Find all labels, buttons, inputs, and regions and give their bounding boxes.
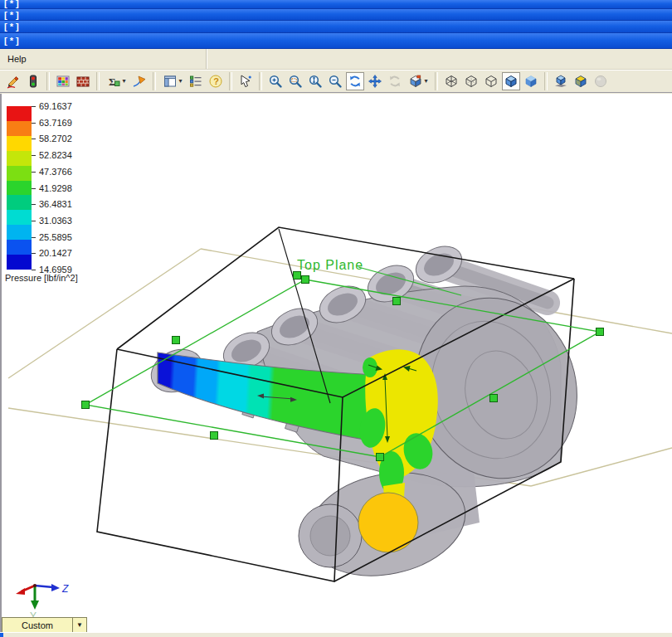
plane-handle[interactable] <box>173 337 180 344</box>
legend-tick <box>32 106 36 107</box>
section-view-button[interactable] <box>572 72 590 90</box>
shaded-edges-cube-icon <box>504 74 519 89</box>
titlebar-1[interactable]: [ * ] <box>0 0 672 9</box>
shaded-cube-icon <box>523 74 538 89</box>
toolbar-separator <box>435 72 438 90</box>
titlebar-2-text: [ * ] <box>4 10 19 20</box>
pencil-icon <box>6 74 21 89</box>
palette-grid-icon <box>56 74 71 89</box>
view-selector-value: Custom <box>2 620 72 630</box>
results-list-button[interactable] <box>187 72 205 90</box>
plane-handle[interactable] <box>294 272 301 280</box>
hlr-cube-icon <box>484 74 499 89</box>
legend-labels: 69.163763.716958.270252.823447.376641.92… <box>32 106 114 280</box>
view-cube-icon <box>408 74 423 89</box>
legend-band <box>7 255 32 270</box>
view-selector-combo[interactable]: Custom ▼ <box>2 617 87 633</box>
plane-label[interactable]: Top Plane <box>297 258 363 272</box>
run-solver-button[interactable] <box>24 72 42 90</box>
dropdown-arrow-icon: ▾ <box>424 78 427 85</box>
menu-separator <box>206 49 207 69</box>
rotate-view-button[interactable] <box>346 72 364 90</box>
legend-tick <box>32 221 36 221</box>
zoom-area-icon <box>288 74 303 89</box>
hidden-lines-removed-button[interactable] <box>482 72 500 90</box>
wireframe-cube-icon <box>444 74 459 89</box>
legend-value: 31.0363 <box>39 216 72 226</box>
zoom-out-icon <box>328 74 343 89</box>
realview-button[interactable] <box>592 72 610 90</box>
probe-button[interactable] <box>236 72 255 90</box>
menu-bar: Help <box>0 49 672 70</box>
shaded-button[interactable] <box>522 72 540 90</box>
z-axis-label: Z <box>61 583 69 595</box>
zoom-out-button[interactable] <box>326 72 344 90</box>
legend-title: Pressure [lbf/in^2] <box>5 273 78 283</box>
sigma-icon: Σ <box>106 74 121 89</box>
rotate-icon <box>348 74 363 89</box>
pan-icon <box>368 74 382 89</box>
mesh-palette-button[interactable] <box>54 72 72 90</box>
realview-sphere-icon <box>593 74 608 89</box>
view-orientation-button[interactable]: ▾ <box>406 72 431 90</box>
traffic-light-icon <box>26 74 41 89</box>
legend-tick <box>32 172 36 173</box>
legend-value: 47.3766 <box>39 167 72 177</box>
plane-handle[interactable] <box>82 401 90 409</box>
shadows-button[interactable] <box>552 72 570 90</box>
plane-handle[interactable] <box>302 276 309 284</box>
help-icon: ? <box>208 74 223 89</box>
plane-handle[interactable] <box>597 328 604 336</box>
legend-value: 63.7169 <box>39 118 72 128</box>
throttle-inlet-plot <box>358 493 418 552</box>
toolbar-separator <box>153 72 156 90</box>
zoom-in-icon <box>268 74 283 89</box>
titlebar-4[interactable]: [ * ] <box>0 33 672 49</box>
legend-value: 20.1427 <box>39 248 72 258</box>
plane-handle[interactable] <box>490 395 498 402</box>
legend-tick <box>32 188 36 189</box>
plane-handle[interactable] <box>377 454 384 461</box>
edit-definition-button[interactable] <box>4 72 22 90</box>
legend-tick <box>32 155 36 156</box>
statusbar-corner <box>0 633 3 637</box>
legend-tick <box>32 237 36 238</box>
toolbar-separator <box>259 72 262 90</box>
rotate-scene-icon <box>387 74 402 89</box>
legend-band <box>7 240 32 255</box>
toolbar-separator <box>229 72 232 90</box>
titlebar-4-text: [ * ] <box>4 36 19 46</box>
results-summary-button[interactable]: Σ▾ <box>104 72 129 90</box>
pan-view-button[interactable] <box>366 72 384 90</box>
rotate-scene-button[interactable] <box>386 72 404 90</box>
plane-handle[interactable] <box>211 432 218 440</box>
brick-wall-icon <box>75 74 90 89</box>
toolbar-separator <box>46 72 50 90</box>
help-button[interactable]: ? <box>207 72 225 90</box>
wireframe-button[interactable] <box>442 72 460 90</box>
dropdown-arrow-icon: ▾ <box>122 78 125 85</box>
flow-trajectories-button[interactable] <box>130 72 149 90</box>
legend-band <box>7 210 32 225</box>
shaded-with-edges-button[interactable] <box>502 72 520 90</box>
zoom-to-area-button[interactable] <box>286 72 304 90</box>
zoom-in-button[interactable] <box>266 72 285 90</box>
menu-help[interactable]: Help <box>0 52 34 66</box>
zoom-in-out-button[interactable] <box>306 72 324 90</box>
section-view-icon <box>573 74 588 89</box>
legend-value: 25.5895 <box>39 232 72 242</box>
view-selector-dropdown-button[interactable]: ▼ <box>72 618 86 632</box>
legend-band <box>7 151 32 166</box>
pane-layout-button[interactable]: ▾ <box>160 72 185 90</box>
pointer-icon <box>238 74 253 89</box>
toolbar-separator <box>96 72 100 90</box>
hidden-lines-visible-button[interactable] <box>462 72 480 90</box>
titlebar-3[interactable]: [ * ] <box>0 21 672 33</box>
legend-value: 58.2702 <box>39 134 72 143</box>
boundary-conditions-button[interactable] <box>74 72 92 90</box>
legend-band <box>7 225 32 240</box>
toolbar: Σ▾ ▾ ? ▾ <box>0 70 672 93</box>
flow-arrow-icon <box>132 74 147 89</box>
titlebar-2[interactable]: [ * ] <box>0 9 672 21</box>
plane-handle[interactable] <box>393 298 401 305</box>
